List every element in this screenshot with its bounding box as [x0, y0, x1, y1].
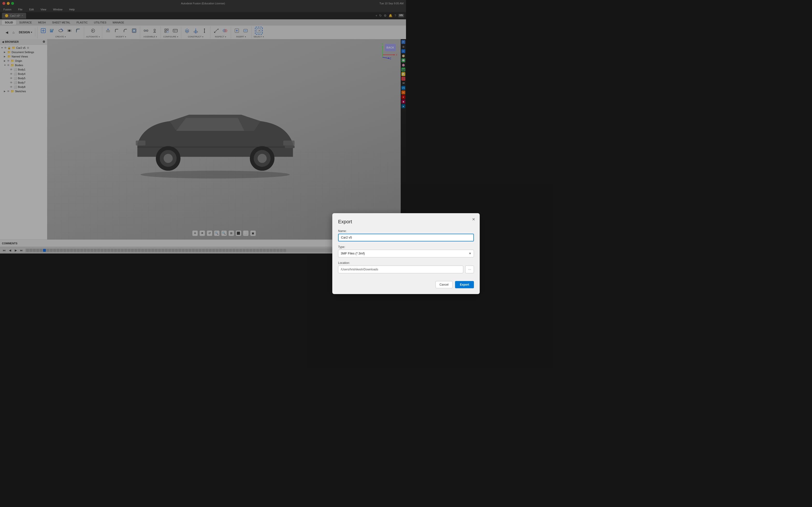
dialog-name-field: Name: — [338, 229, 406, 241]
dialog-type-select-wrap: 3MF Files (*.3mf) F3D Files (*.f3d) STEP… — [338, 249, 406, 254]
dialog-type-label: Type: — [338, 245, 406, 249]
dialog-overlay[interactable]: Export ✕ Name: Type: 3MF Files (*.3mf) F… — [0, 0, 406, 253]
dialog-name-input[interactable] — [338, 234, 406, 241]
export-dialog: Export ✕ Name: Type: 3MF Files (*.3mf) F… — [332, 213, 406, 254]
dialog-name-label: Name: — [338, 229, 406, 233]
dialog-type-field: Type: 3MF Files (*.3mf) F3D Files (*.f3d… — [338, 245, 406, 254]
dialog-type-select[interactable]: 3MF Files (*.3mf) F3D Files (*.f3d) STEP… — [338, 249, 406, 254]
dialog-title: Export — [338, 219, 406, 225]
